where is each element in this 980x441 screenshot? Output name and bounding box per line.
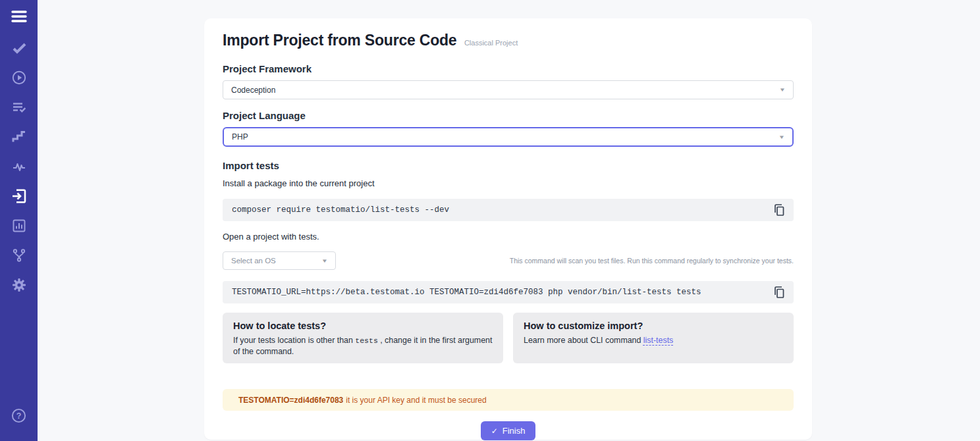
import-tests-heading: Import tests <box>223 160 794 172</box>
menu-icon <box>11 9 28 24</box>
sidebar-item-milestones[interactable] <box>0 122 38 151</box>
scan-note: This command will scan you test files. R… <box>510 257 794 265</box>
sidebar-item-reports[interactable] <box>0 211 38 240</box>
api-key-warning: TESTOMATIO=zdi4d6fe7083 it is your API k… <box>223 389 794 411</box>
import-project-card: Import Project from Source Code Classica… <box>204 18 812 440</box>
menu-button[interactable] <box>0 0 38 33</box>
page-title: Import Project from Source Code <box>223 32 456 49</box>
sidebar-item-test-plans[interactable] <box>0 92 38 122</box>
svg-text:?: ? <box>16 411 22 421</box>
framework-label: Project Framework <box>223 63 794 75</box>
sidebar: ? <box>0 0 38 441</box>
copy-run-command-button[interactable] <box>770 283 788 301</box>
chevron-down-icon: ▼ <box>321 258 328 264</box>
sidebar-item-checks[interactable] <box>0 33 38 63</box>
framework-select[interactable]: Codeception ▼ <box>223 80 794 99</box>
chevron-down-icon: ▼ <box>779 87 786 93</box>
os-select[interactable]: Select an OS ▼ <box>223 251 336 270</box>
locate-tests-info-box: How to locate tests? If your tests locat… <box>223 313 503 363</box>
gear-icon <box>11 277 27 293</box>
list-check-icon <box>11 99 27 115</box>
page-subtitle: Classical Project <box>464 39 518 47</box>
copy-install-command-button[interactable] <box>770 201 788 219</box>
check-icon: ✓ <box>491 427 498 435</box>
inline-code: tests <box>355 336 378 345</box>
sidebar-item-import[interactable] <box>0 181 38 211</box>
copy-icon <box>773 286 785 299</box>
run-command-text: TESTOMATIO_URL=https://beta.testomat.io … <box>232 288 701 297</box>
list-tests-link[interactable]: list-tests <box>643 336 673 345</box>
page-title-row: Import Project from Source Code Classica… <box>223 30 794 53</box>
language-label: Project Language <box>223 110 794 122</box>
api-key-value: TESTOMATIO=zdi4d6fe7083 <box>238 396 343 405</box>
os-row: Select an OS ▼ This command will scan yo… <box>223 251 794 270</box>
framework-select-value: Codeception <box>231 86 275 95</box>
play-circle-icon <box>11 70 27 86</box>
language-select-value: PHP <box>232 132 248 142</box>
sidebar-item-runs[interactable] <box>0 63 38 92</box>
info-row: How to locate tests? If your tests locat… <box>223 313 794 363</box>
customize-import-info-box: How to customize import? Learn more abou… <box>513 313 794 363</box>
open-project-text: Open a project with tests. <box>223 232 794 242</box>
customize-import-title: How to customize import? <box>524 320 783 332</box>
install-package-text: Install a package into the current proje… <box>223 178 794 189</box>
customize-import-text: Learn more about CLI command list-tests <box>524 335 783 346</box>
bar-chart-icon <box>11 218 27 234</box>
install-command-block: composer require testomatio/list-tests -… <box>223 199 794 221</box>
finish-row: ✓ Finish <box>223 421 794 440</box>
run-command-block: TESTOMATIO_URL=https://beta.testomat.io … <box>223 281 794 303</box>
install-command-text: composer require testomatio/list-tests -… <box>232 205 449 215</box>
locate-tests-text: If your tests location is other than tes… <box>233 335 493 357</box>
pulse-icon <box>11 159 27 174</box>
finish-button-label: Finish <box>503 426 526 436</box>
locate-tests-title: How to locate tests? <box>233 320 493 332</box>
sidebar-item-activity[interactable] <box>0 151 38 181</box>
steps-icon <box>11 129 27 145</box>
sidebar-item-branches[interactable] <box>0 240 38 270</box>
language-select[interactable]: PHP ▼ <box>223 127 794 147</box>
copy-icon <box>773 203 785 217</box>
os-select-placeholder: Select an OS <box>231 257 276 265</box>
chevron-down-icon: ▼ <box>778 134 785 140</box>
api-key-warning-text: it is your API key and it must be secure… <box>346 396 486 405</box>
finish-button[interactable]: ✓ Finish <box>481 421 536 440</box>
check-icon <box>11 40 27 56</box>
sidebar-item-settings[interactable] <box>0 270 38 299</box>
sidebar-item-help[interactable]: ? <box>0 405 38 425</box>
help-icon: ? <box>11 407 27 424</box>
branch-icon <box>11 247 27 263</box>
import-icon <box>11 188 28 205</box>
